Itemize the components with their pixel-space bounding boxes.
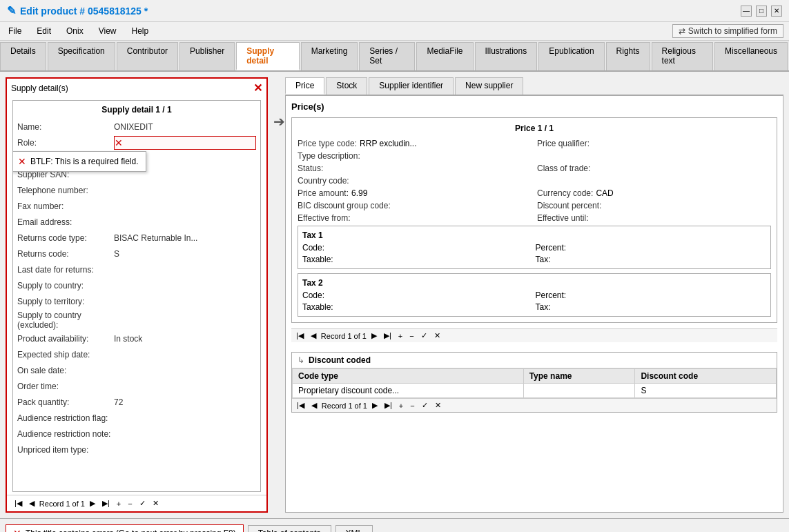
nav-cancel-button[interactable]: ✕ <box>150 498 161 509</box>
tab-miscellaneous[interactable]: Miscellaneous <box>714 42 788 70</box>
minimize-button[interactable]: — <box>741 6 752 17</box>
tab-publisher[interactable]: Publisher <box>179 42 235 70</box>
tab-religious-text[interactable]: Religious text <box>652 42 713 70</box>
discount-table: Code type Type name Discount code Propri… <box>292 368 777 398</box>
tab-mediafile[interactable]: MediaFile <box>416 42 473 70</box>
field-label-ship-date: Expected ship date: <box>17 350 114 359</box>
field-row-ship-date: Expected ship date: <box>17 348 256 362</box>
nav-next-button[interactable]: ▶ <box>88 498 97 509</box>
arrow-icon: ➔ <box>273 113 285 130</box>
price-qualifier-label: Price qualifier: <box>537 139 590 148</box>
tab-series-set[interactable]: Series / Set <box>359 42 415 70</box>
discount-percent-field: Discount percent: <box>537 201 771 210</box>
price-nav-first[interactable]: |◀ <box>294 331 306 341</box>
discount-table-row: Proprietary discount code... S <box>293 384 777 398</box>
price-record-nav-text: Record 1 of 1 <box>321 332 367 340</box>
inner-tab-stock[interactable]: Stock <box>326 77 367 95</box>
nav-check-button[interactable]: ✓ <box>137 498 148 509</box>
xml-button[interactable]: XML <box>335 525 373 533</box>
switch-simplified-button[interactable]: ⇄ Switch to simplified form <box>672 24 783 38</box>
tax1-taxable-field: Taxable: <box>302 255 534 264</box>
role-tooltip: ✕ BTLF: This is a required field. <box>12 151 146 172</box>
inner-tab-price[interactable]: Price <box>285 77 324 95</box>
inner-tab-supplier-identifier[interactable]: Supplier identifier <box>369 77 454 95</box>
tax1-code-field: Code: <box>302 243 534 253</box>
tab-supply-detail[interactable]: Supply detail <box>236 42 300 70</box>
nav-first-button[interactable]: |◀ <box>12 498 24 509</box>
window-title: Edit product # 0545818125 * <box>20 6 148 17</box>
menu-onix[interactable]: Onix <box>64 25 86 37</box>
field-row-availability: Product availability: In stock <box>17 332 256 346</box>
inner-tab-new-supplier[interactable]: New supplier <box>455 77 523 95</box>
table-of-contents-button[interactable]: Table of contents <box>248 525 331 533</box>
main-content: Supply detail(s) ✕ Supply detail 1 / 1 N… <box>0 72 789 518</box>
discount-nav-prev[interactable]: ◀ <box>309 400 319 411</box>
tax2-percent-field: Percent: <box>536 290 767 300</box>
tax2-taxable-label: Taxable: <box>302 302 333 312</box>
nav-last-button[interactable]: ▶| <box>100 498 112 509</box>
discount-nav-cancel[interactable]: ✕ <box>433 400 443 411</box>
tax1-section: Tax 1 Code: Percent: Taxable: <box>298 226 771 269</box>
menu-view[interactable]: View <box>96 25 119 37</box>
discount-record-nav: |◀ ◀ Record 1 of 1 ▶ ▶| + − ✓ ✕ <box>292 398 777 412</box>
field-row-phone: Telephone number: <box>17 184 256 197</box>
price-qualifier-field: Price qualifier: <box>537 139 771 148</box>
price-nav-add[interactable]: + <box>396 331 405 341</box>
role-input-error[interactable]: ✕ <box>114 136 256 150</box>
field-label-name: Name: <box>17 122 114 132</box>
tax1-tax-field: Tax: <box>536 255 767 264</box>
tab-details[interactable]: Details <box>0 42 46 70</box>
menu-edit[interactable]: Edit <box>34 25 54 37</box>
discount-nav-first[interactable]: |◀ <box>295 400 306 411</box>
field-row-sale-date: On sale date: <box>17 364 256 377</box>
bic-discount-field: BIC discount group code: <box>298 201 532 210</box>
nav-delete-button[interactable]: − <box>126 499 134 509</box>
left-panel-title: Supply detail(s) <box>11 83 68 93</box>
price-nav-check[interactable]: ✓ <box>419 331 429 341</box>
menu-file[interactable]: File <box>6 25 24 37</box>
tax2-code-label: Code: <box>302 290 324 300</box>
close-button[interactable]: ✕ <box>771 6 782 17</box>
tab-marketing[interactable]: Marketing <box>301 42 358 70</box>
right-panel: Price Stock Supplier identifier New supp… <box>285 77 783 513</box>
price-nav-delete[interactable]: − <box>407 331 416 341</box>
effective-from-field: Effective from: <box>298 213 532 223</box>
status-field: Status: <box>298 164 532 173</box>
nav-add-button[interactable]: + <box>115 499 123 509</box>
effective-until-field: Effective until: <box>537 213 771 223</box>
discount-nav-add[interactable]: + <box>397 401 405 411</box>
menu-help[interactable]: Help <box>129 25 152 37</box>
tab-bar: Details Specification Contributor Publis… <box>0 41 789 72</box>
error-status-button[interactable]: ✕ This title contains errors (Go to next… <box>6 524 244 533</box>
field-row-email: Email address: <box>17 215 256 229</box>
left-record-nav: |◀ ◀ Record 1 of 1 ▶ ▶| + − ✓ ✕ <box>7 495 266 511</box>
price-nav-prev[interactable]: ◀ <box>309 331 318 341</box>
currency-code-value: CAD <box>596 188 613 198</box>
tooltip-text: BTLF: This is a required field. <box>30 157 139 166</box>
discount-section: ↳ Discount coded Code type Type name Dis… <box>291 352 777 413</box>
tax1-percent-field: Percent: <box>536 243 767 253</box>
discount-nav-next[interactable]: ▶ <box>370 400 380 411</box>
discount-nav-check[interactable]: ✓ <box>420 400 430 411</box>
field-value-availability: In stock <box>114 334 256 344</box>
discount-nav-delete[interactable]: − <box>408 401 416 411</box>
field-label-phone: Telephone number: <box>17 186 114 195</box>
field-label-sale-date: On sale date: <box>17 366 114 375</box>
price-nav-cancel[interactable]: ✕ <box>432 331 442 341</box>
tab-contributor[interactable]: Contributor <box>117 42 178 70</box>
tab-epublication[interactable]: Epublication <box>538 42 604 70</box>
price-nav-last[interactable]: ▶| <box>382 331 393 341</box>
field-label-last-returns: Last date for returns: <box>17 265 114 275</box>
price-nav-next[interactable]: ▶ <box>369 331 379 341</box>
field-row-audience-flag: Audience restriction flag: <box>17 411 256 425</box>
tab-specification[interactable]: Specification <box>48 42 115 70</box>
tax2-percent-label: Percent: <box>536 290 567 300</box>
tab-illustrations[interactable]: Illustrations <box>475 42 538 70</box>
nav-prev-button[interactable]: ◀ <box>27 498 37 509</box>
edit-icon: ✎ <box>7 4 16 17</box>
tab-rights[interactable]: Rights <box>606 42 650 70</box>
tax1-tax-label: Tax: <box>536 255 551 264</box>
left-panel-close-button[interactable]: ✕ <box>253 81 262 95</box>
maximize-button[interactable]: □ <box>756 6 767 17</box>
discount-nav-last[interactable]: ▶| <box>382 400 394 411</box>
